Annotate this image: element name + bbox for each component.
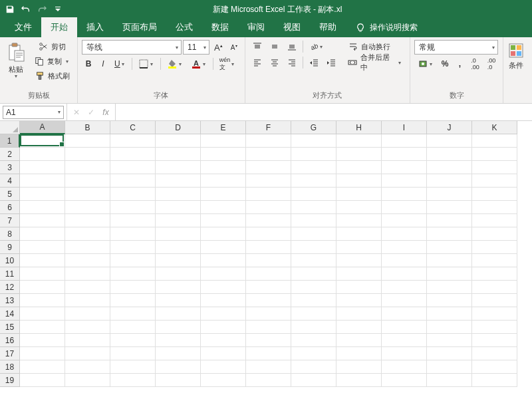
cell[interactable] bbox=[382, 188, 427, 201]
cell[interactable] bbox=[65, 294, 110, 307]
cell[interactable] bbox=[110, 174, 156, 188]
italic-button[interactable]: I bbox=[96, 57, 110, 70]
cell[interactable] bbox=[110, 201, 156, 214]
cell[interactable] bbox=[65, 161, 110, 174]
row-header[interactable]: 9 bbox=[0, 241, 20, 254]
cell[interactable] bbox=[291, 360, 336, 374]
tell-me-search[interactable]: 操作说明搜索 bbox=[346, 18, 427, 37]
cell[interactable] bbox=[246, 161, 291, 174]
cell[interactable] bbox=[382, 241, 427, 254]
cell[interactable] bbox=[246, 188, 291, 201]
cell[interactable] bbox=[20, 214, 65, 227]
cell[interactable] bbox=[427, 267, 472, 281]
cell[interactable] bbox=[427, 227, 472, 241]
cell[interactable] bbox=[246, 307, 291, 321]
cell[interactable] bbox=[382, 201, 427, 214]
cell[interactable] bbox=[156, 134, 201, 148]
cell[interactable] bbox=[156, 148, 201, 161]
cell[interactable] bbox=[246, 281, 291, 294]
cell[interactable] bbox=[20, 134, 65, 148]
cell[interactable] bbox=[246, 201, 291, 214]
cell[interactable] bbox=[291, 321, 336, 334]
cell[interactable] bbox=[291, 214, 336, 227]
cell[interactable] bbox=[20, 148, 65, 161]
underline-button[interactable]: U▾ bbox=[111, 57, 129, 70]
font-color-button[interactable]: A▾ bbox=[188, 57, 210, 70]
column-header[interactable]: G bbox=[291, 121, 336, 134]
cell[interactable] bbox=[201, 201, 246, 214]
cell[interactable] bbox=[110, 161, 156, 174]
cell[interactable] bbox=[427, 148, 472, 161]
cell[interactable] bbox=[336, 227, 382, 241]
cell[interactable] bbox=[382, 148, 427, 161]
cell[interactable] bbox=[246, 267, 291, 281]
cell[interactable] bbox=[110, 214, 156, 227]
tab-view[interactable]: 视图 bbox=[274, 17, 310, 37]
cell[interactable] bbox=[336, 241, 382, 254]
cell[interactable] bbox=[291, 254, 336, 267]
undo-button[interactable] bbox=[19, 2, 33, 17]
row-header[interactable]: 8 bbox=[0, 227, 20, 241]
cell[interactable] bbox=[110, 267, 156, 281]
phonetic-button[interactable]: wén文▾ bbox=[216, 57, 239, 70]
cell[interactable] bbox=[336, 267, 382, 281]
cell[interactable] bbox=[156, 254, 201, 267]
cell[interactable] bbox=[336, 374, 382, 387]
cell[interactable] bbox=[472, 241, 517, 254]
cell[interactable] bbox=[291, 227, 336, 241]
cell[interactable] bbox=[427, 188, 472, 201]
cell[interactable] bbox=[110, 227, 156, 241]
copy-button[interactable]: 复制▾ bbox=[31, 55, 73, 68]
cell[interactable] bbox=[201, 307, 246, 321]
cell[interactable] bbox=[427, 254, 472, 267]
cell[interactable] bbox=[20, 347, 65, 360]
cell[interactable] bbox=[246, 148, 291, 161]
cell[interactable] bbox=[382, 294, 427, 307]
cell[interactable] bbox=[201, 281, 246, 294]
font-size-combo[interactable]: 11▾ bbox=[183, 40, 209, 55]
cell[interactable] bbox=[427, 281, 472, 294]
cell[interactable] bbox=[427, 294, 472, 307]
cell[interactable] bbox=[110, 241, 156, 254]
cell[interactable] bbox=[110, 188, 156, 201]
cell[interactable] bbox=[382, 134, 427, 148]
cell[interactable] bbox=[291, 188, 336, 201]
cell[interactable] bbox=[336, 307, 382, 321]
cell[interactable] bbox=[427, 241, 472, 254]
cell[interactable] bbox=[382, 227, 427, 241]
cell[interactable] bbox=[65, 307, 110, 321]
align-right-button[interactable] bbox=[284, 56, 300, 69]
orientation-button[interactable]: ab▾ bbox=[306, 40, 327, 53]
cell[interactable] bbox=[156, 227, 201, 241]
cell[interactable] bbox=[65, 188, 110, 201]
row-header[interactable]: 7 bbox=[0, 214, 20, 227]
cell[interactable] bbox=[156, 334, 201, 347]
cell[interactable] bbox=[65, 281, 110, 294]
cell[interactable] bbox=[427, 347, 472, 360]
cell[interactable] bbox=[472, 188, 517, 201]
cell[interactable] bbox=[472, 307, 517, 321]
cell[interactable] bbox=[110, 307, 156, 321]
decrease-indent-button[interactable] bbox=[306, 56, 322, 69]
save-button[interactable] bbox=[3, 2, 17, 17]
cell[interactable] bbox=[20, 227, 65, 241]
bold-button[interactable]: B bbox=[82, 57, 95, 70]
cell[interactable] bbox=[336, 161, 382, 174]
cell[interactable] bbox=[472, 374, 517, 387]
cell[interactable] bbox=[246, 214, 291, 227]
cancel-formula-button[interactable]: ✕ bbox=[70, 106, 83, 119]
cell[interactable] bbox=[291, 347, 336, 360]
cell[interactable] bbox=[156, 174, 201, 188]
cell[interactable] bbox=[427, 334, 472, 347]
cell[interactable] bbox=[110, 281, 156, 294]
align-center-button[interactable] bbox=[267, 56, 283, 69]
row-header[interactable]: 17 bbox=[0, 347, 20, 360]
align-left-button[interactable] bbox=[249, 56, 265, 69]
cell[interactable] bbox=[246, 134, 291, 148]
cell[interactable] bbox=[336, 281, 382, 294]
cell[interactable] bbox=[382, 360, 427, 374]
name-box[interactable]: A1 ▾ bbox=[3, 106, 64, 119]
cell[interactable] bbox=[156, 241, 201, 254]
cell[interactable] bbox=[110, 374, 156, 387]
redo-button[interactable] bbox=[35, 2, 49, 17]
